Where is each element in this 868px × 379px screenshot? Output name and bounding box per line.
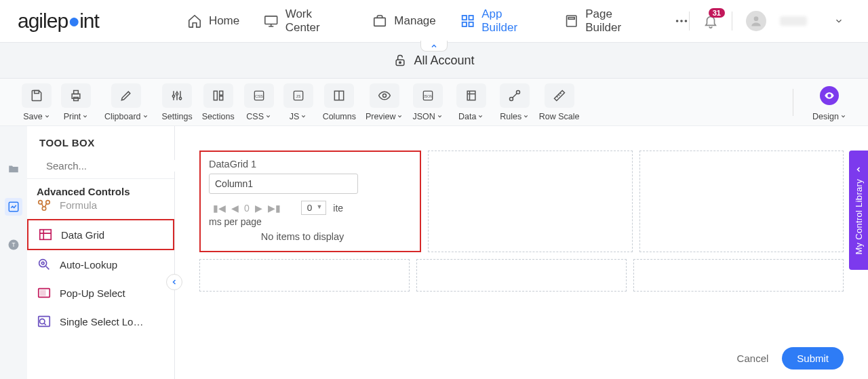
user-avatar[interactable] (746, 11, 766, 31)
items-label-part2: ms per page (209, 216, 412, 227)
svg-rect-0 (265, 16, 277, 24)
svg-point-13 (399, 62, 401, 64)
pager-current: 0 (244, 203, 250, 214)
svg-rect-32 (467, 91, 475, 100)
sections-button[interactable]: Sections (202, 83, 235, 121)
preview-button[interactable]: Preview (366, 83, 403, 121)
ruler-icon (553, 89, 566, 102)
drop-cell[interactable] (633, 259, 844, 292)
toolbox-item-popupselect[interactable]: Pop-Up Select (27, 279, 174, 307)
datagrid-widget[interactable]: DataGrid 1 ▮◀ ◀ 0 ▶ ▶▮ 0 ite ms per page… (199, 151, 421, 252)
page-icon (564, 14, 578, 28)
chevron-left-icon (170, 278, 178, 286)
items-label-part1: ite (333, 203, 343, 214)
js-icon: JS (292, 89, 305, 102)
data-icon (465, 89, 478, 102)
chevron-down-icon[interactable] (834, 16, 844, 26)
nav-workcenter[interactable]: Work Center (264, 7, 348, 35)
svg-rect-42 (40, 230, 52, 240)
grid-icon (460, 14, 475, 28)
settings-button[interactable]: Settings (162, 83, 193, 121)
nav-more[interactable] (674, 14, 689, 28)
home-icon (187, 14, 202, 28)
json-button[interactable]: JSON JSON (412, 83, 442, 121)
search-input[interactable] (46, 160, 175, 172)
clipboard-button[interactable]: Clipboard (104, 83, 149, 121)
svg-text:JS: JS (296, 94, 300, 98)
rail-chart[interactable] (5, 198, 22, 216)
monitor-icon (264, 14, 278, 28)
toolbox-item-singleselect[interactable]: Single Select Lo… (27, 307, 174, 336)
folder-icon (7, 163, 20, 175)
toolbox-item-label: Formula (60, 199, 97, 211)
svg-text:CSS: CSS (255, 94, 263, 98)
collapse-sidebar-button[interactable] (166, 274, 182, 290)
nav-pagebuilder[interactable]: Page Builder (564, 7, 650, 35)
eye-icon (378, 89, 391, 102)
logo: agilep●int (18, 9, 99, 33)
drop-cell[interactable] (639, 151, 844, 252)
svg-point-19 (176, 92, 178, 94)
notification-badge: 31 (709, 8, 725, 18)
data-button[interactable]: Data (456, 83, 486, 121)
column-input[interactable] (209, 174, 358, 194)
page-size-select[interactable]: 0 (301, 201, 327, 215)
toolbox-header: TOOL BOX (27, 126, 174, 155)
pager-first[interactable]: ▮◀ (213, 203, 226, 214)
context-title: All Account (414, 54, 474, 68)
nav-pagebuilder-label: Page Builder (585, 7, 650, 35)
username (780, 16, 807, 26)
design-button[interactable]: Design (812, 83, 846, 121)
nav-manage[interactable]: Manage (372, 14, 435, 28)
rules-icon (508, 89, 521, 102)
text-icon: T (7, 239, 20, 251)
datagrid-icon (38, 227, 53, 242)
rules-button[interactable]: Rules (500, 83, 530, 121)
divider (689, 12, 690, 31)
rowscale-button[interactable]: Row Scale (539, 83, 580, 121)
svg-text:JSON: JSON (423, 94, 433, 98)
toolbox-item-label: Single Select Lo… (60, 316, 143, 327)
control-library-tab[interactable]: My Control Library (849, 151, 868, 270)
toolbox-item-autolookup[interactable]: Auto-Lookup (27, 250, 174, 279)
save-button[interactable]: Save (22, 83, 52, 121)
svg-point-10 (685, 20, 688, 22)
toolbox-item-label: Data Grid (61, 229, 104, 241)
rail-text[interactable]: T (5, 236, 22, 254)
nav-appbuilder[interactable]: App Builder (460, 7, 540, 35)
pencil-icon (119, 89, 133, 102)
save-icon (30, 89, 43, 102)
notifications-button[interactable]: 31 (703, 14, 718, 28)
sliders-icon (170, 89, 184, 102)
cancel-button[interactable]: Cancel (737, 353, 769, 364)
print-button[interactable]: Print (61, 83, 91, 121)
pager-prev[interactable]: ◀ (231, 203, 239, 214)
js-button[interactable]: JS JS (283, 83, 313, 121)
svg-rect-1 (374, 18, 386, 26)
widget-title: DataGrid 1 (209, 159, 412, 169)
singleselect-icon (37, 314, 52, 329)
drop-cell[interactable] (428, 151, 632, 252)
rail-files[interactable] (5, 160, 22, 178)
nav-appbuilder-label: App Builder (481, 7, 540, 35)
css-button[interactable]: CSS CSS (244, 83, 274, 121)
collapse-topbar-button[interactable] (420, 41, 448, 52)
drop-cell[interactable] (416, 259, 627, 292)
pager-next[interactable]: ▶ (255, 203, 262, 214)
divider (732, 12, 732, 31)
lookup-icon (37, 257, 52, 272)
pager-last[interactable]: ▶▮ (268, 203, 281, 214)
formula-icon (37, 197, 52, 212)
toolbox-item-formula[interactable]: Formula (27, 197, 174, 219)
submit-button[interactable]: Submit (782, 347, 844, 370)
columns-button[interactable]: Columns (323, 83, 356, 121)
toolbox-item-datagrid[interactable]: Data Grid (27, 219, 174, 250)
svg-point-41 (42, 207, 46, 211)
svg-point-29 (382, 94, 386, 97)
nav-home[interactable]: Home (187, 14, 239, 28)
svg-point-8 (676, 20, 679, 22)
drop-cell[interactable] (199, 259, 410, 292)
svg-rect-21 (214, 91, 217, 100)
css-icon: CSS (252, 89, 266, 102)
json-icon: JSON (421, 89, 435, 102)
